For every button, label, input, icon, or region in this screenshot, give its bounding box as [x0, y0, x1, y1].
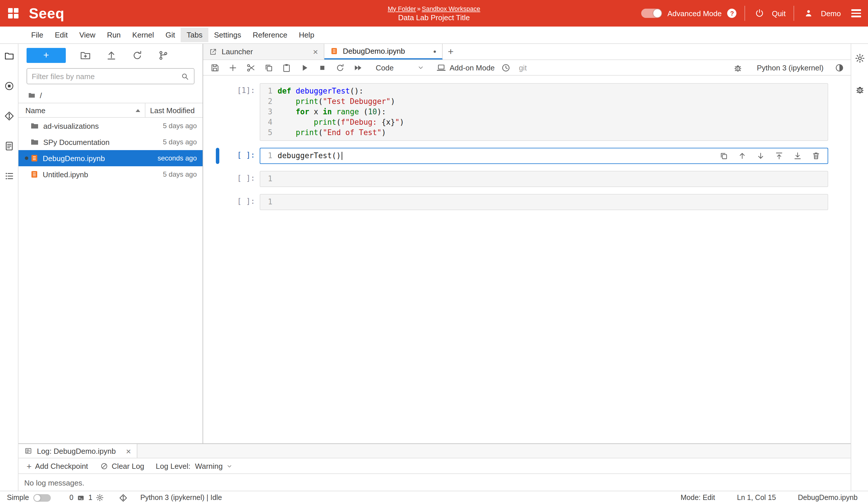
quit-button[interactable]: Quit: [772, 9, 786, 18]
close-launcher-tab-icon[interactable]: ×: [313, 47, 318, 56]
simple-mode-toggle[interactable]: [33, 494, 51, 501]
execution-prompt: [ ]:: [219, 194, 255, 210]
cut-cells-icon[interactable]: [244, 61, 257, 74]
code-editor[interactable]: 1 2 3 4 5 def debuggerTest(): print("Tes…: [260, 83, 828, 141]
new-launcher-button[interactable]: +: [27, 48, 66, 63]
home-folder-icon[interactable]: [28, 91, 36, 99]
cell-toolbar: [718, 150, 822, 162]
cell-type-dropdown[interactable]: Code: [373, 62, 426, 73]
unsaved-changes-dot[interactable]: ●: [433, 48, 436, 54]
menu-run[interactable]: Run: [101, 28, 127, 42]
table-of-contents-icon[interactable]: [3, 170, 15, 183]
file-row-spy-documentation[interactable]: SPy Documentation 5 days ago: [19, 134, 203, 150]
save-icon[interactable]: [208, 61, 221, 74]
code-editor-active[interactable]: 1 debuggerTest(): [260, 148, 828, 164]
line-numbers: 1 2 3 4 5: [260, 86, 278, 138]
code-editor[interactable]: 1: [260, 171, 828, 187]
hamburger-menu-icon[interactable]: [851, 10, 861, 17]
running-sessions-icon[interactable]: [3, 80, 15, 92]
menu-settings[interactable]: Settings: [208, 28, 247, 42]
breadcrumb-my-folder-link[interactable]: My Folder: [388, 5, 416, 12]
log-icon: [24, 447, 32, 455]
code-editor[interactable]: 1: [260, 194, 828, 210]
launcher-icon: [209, 48, 217, 56]
user-icon[interactable]: [803, 7, 815, 20]
kernel-status-text[interactable]: Python 3 (ipykernel) | Idle: [140, 494, 222, 502]
tab-launcher[interactable]: Launcher ×: [203, 44, 324, 60]
power-icon[interactable]: [753, 7, 766, 20]
new-folder-icon[interactable]: [79, 49, 92, 62]
add-checkpoint-button[interactable]: + Add Checkpoint: [27, 461, 88, 471]
move-cell-down-icon[interactable]: [755, 150, 766, 162]
apps-grid-icon[interactable]: [7, 7, 20, 20]
search-icon: [180, 72, 189, 81]
move-cell-up-icon[interactable]: [736, 150, 748, 162]
debugger-bug-icon[interactable]: [853, 83, 866, 96]
new-tab-button[interactable]: +: [443, 44, 459, 60]
upload-icon[interactable]: [105, 49, 118, 62]
running-kernel-dot: [25, 156, 28, 160]
kernel-name-button[interactable]: Python 3 (ipykernel): [757, 63, 824, 72]
breadcrumb-root[interactable]: /: [40, 91, 42, 100]
insert-cell-above-icon[interactable]: [773, 150, 785, 162]
property-inspector-gear-icon[interactable]: [853, 52, 866, 65]
restart-kernel-icon[interactable]: [333, 61, 347, 74]
menu-reference[interactable]: Reference: [247, 28, 293, 42]
file-row-ad-visualizations[interactable]: ad-visualizations 5 days ago: [19, 118, 203, 134]
active-cell-indicator[interactable]: [216, 148, 219, 164]
breadcrumb-workspace-link[interactable]: Sandbox Workspace: [422, 5, 480, 12]
kernel-status-icon[interactable]: [832, 61, 846, 74]
menu-tabs[interactable]: Tabs: [181, 28, 208, 42]
code-content[interactable]: [278, 197, 828, 207]
user-menu[interactable]: Demo: [821, 9, 841, 18]
code-cell-1: [1]: 1 2 3 4 5 def debuggerTest(): print…: [203, 83, 851, 141]
execution-prompt: [1]:: [219, 83, 255, 141]
close-log-tab-icon[interactable]: ×: [126, 446, 131, 455]
file-row-untitled[interactable]: Untitled.ipynb 5 days ago: [19, 166, 203, 183]
git-icon[interactable]: [3, 110, 15, 122]
menu-edit[interactable]: Edit: [49, 28, 74, 42]
refresh-icon[interactable]: [131, 49, 144, 62]
debugger-bug-icon[interactable]: [731, 61, 745, 74]
run-cell-icon[interactable]: [297, 61, 311, 74]
log-level-dropdown[interactable]: Warning: [195, 462, 232, 470]
menu-kernel[interactable]: Kernel: [126, 28, 159, 42]
menu-git[interactable]: Git: [160, 28, 181, 42]
menu-file[interactable]: File: [25, 28, 49, 42]
tab-debugdemo-notebook[interactable]: DebugDemo.ipynb ●: [324, 44, 443, 60]
file-row-debugdemo[interactable]: DebugDemo.ipynb seconds ago: [19, 150, 203, 166]
cursor-position-indicator[interactable]: Ln 1, Col 15: [737, 494, 776, 502]
git-clone-icon[interactable]: [157, 49, 170, 62]
sort-by-modified-header[interactable]: Last Modified: [145, 103, 203, 117]
help-icon[interactable]: ?: [727, 9, 737, 18]
addon-mode-button[interactable]: Add-on Mode: [436, 63, 495, 72]
paste-cells-icon[interactable]: [279, 61, 293, 74]
sessions-counts[interactable]: 0 1: [69, 494, 104, 502]
menu-help[interactable]: Help: [293, 28, 320, 42]
jupyter-menubar: File Edit View Run Kernel Git Tabs Setti…: [0, 27, 868, 44]
git-status-icon[interactable]: [119, 493, 127, 502]
sort-by-name-header[interactable]: Name: [19, 106, 145, 115]
cell-collapser[interactable]: [216, 83, 219, 141]
file-browser-icon[interactable]: [3, 50, 15, 62]
history-clock-icon[interactable]: [499, 61, 513, 74]
advanced-mode-toggle[interactable]: [641, 9, 662, 18]
add-cell-icon[interactable]: [226, 61, 239, 74]
cell-collapser[interactable]: [216, 171, 219, 187]
log-console-tab[interactable]: Log: DebugDemo.ipynb ×: [19, 444, 137, 458]
interrupt-kernel-icon[interactable]: [315, 61, 329, 74]
clear-log-button[interactable]: Clear Log: [100, 462, 144, 470]
delete-cell-icon[interactable]: [810, 150, 822, 162]
document-tools-icon[interactable]: [3, 140, 15, 152]
copy-cells-icon[interactable]: [261, 61, 275, 74]
insert-cell-below-icon[interactable]: [792, 150, 803, 162]
duplicate-cell-icon[interactable]: [718, 150, 730, 162]
chevron-down-icon: [226, 463, 232, 469]
code-content[interactable]: [278, 174, 828, 184]
menu-view[interactable]: View: [74, 28, 101, 42]
git-toolbar-button[interactable]: git: [519, 63, 527, 72]
cell-collapser[interactable]: [216, 194, 219, 210]
restart-run-all-icon[interactable]: [351, 61, 365, 74]
filter-files-input[interactable]: [32, 72, 180, 81]
seeq-logo: Seeq: [29, 5, 65, 22]
